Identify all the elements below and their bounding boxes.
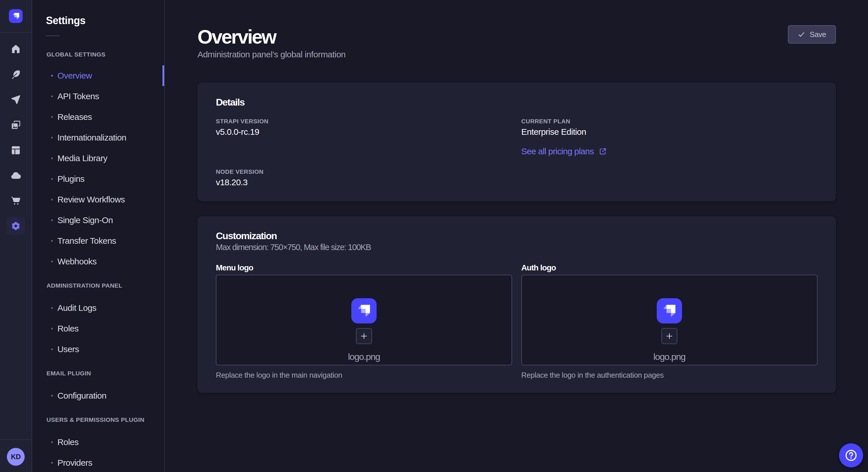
help-button[interactable] bbox=[839, 443, 863, 467]
bullet-icon bbox=[51, 462, 53, 464]
field-node-version: NODE VERSION v18.20.3 bbox=[216, 167, 512, 189]
main-nav-item bbox=[7, 192, 25, 210]
sidebar-item-label: API Tokens bbox=[57, 91, 99, 102]
page-header: Overview Save bbox=[197, 0, 836, 48]
sidebar-title: Settings bbox=[46, 14, 164, 28]
auth-logo-hint: Replace the logo in the authentication p… bbox=[521, 370, 817, 380]
customization-card: Customization Max dimension: 750×750, Ma… bbox=[197, 216, 836, 393]
bullet-icon bbox=[51, 220, 53, 221]
cloud-nav-button[interactable] bbox=[7, 166, 25, 185]
layout-nav-button[interactable] bbox=[7, 141, 25, 160]
sidebar-section: EMAIL PLUGINConfiguration bbox=[32, 369, 164, 406]
main-nav-item bbox=[7, 91, 25, 109]
pricing-plans-link-label: See all pricing plans bbox=[521, 145, 594, 158]
brand-area bbox=[0, 0, 32, 33]
field-label: CURRENT PLAN bbox=[521, 117, 817, 126]
strapi-logo-icon bbox=[12, 13, 19, 20]
sidebar-item-label: Plugins bbox=[57, 173, 84, 185]
main-content: Overview Save Administration panel’s glo… bbox=[165, 0, 868, 472]
sidebar-item-label: Single Sign-On bbox=[57, 214, 113, 226]
rail-divider bbox=[0, 439, 32, 440]
sidebar-item-label: Transfer Tokens bbox=[57, 235, 116, 247]
sidebar-item-audit-logs[interactable]: Audit Logs bbox=[32, 298, 164, 318]
details-grid: STRAPI VERSION v5.0.0-rc.19 CURRENT PLAN… bbox=[216, 117, 817, 189]
sidebar-item-users[interactable]: Users bbox=[32, 339, 164, 360]
bullet-icon bbox=[51, 137, 53, 138]
sidebar-item-overview[interactable]: Overview bbox=[32, 65, 164, 86]
sidebar-item-transfer-tokens[interactable]: Transfer Tokens bbox=[32, 231, 164, 251]
plus-icon bbox=[360, 332, 368, 340]
sidebar-item-media-library[interactable]: Media Library bbox=[32, 148, 164, 169]
shopping-cart-icon bbox=[10, 195, 21, 206]
field-value: v18.20.3 bbox=[216, 176, 512, 189]
menu-logo-dropzone[interactable]: logo.png bbox=[216, 275, 512, 365]
gear-nav-button[interactable] bbox=[7, 217, 25, 235]
paper-plane-nav-button[interactable] bbox=[7, 91, 25, 109]
shopping-cart-nav-button[interactable] bbox=[7, 192, 25, 210]
images-nav-button[interactable] bbox=[7, 116, 25, 134]
app-root: KD Settings GLOBAL SETTINGSOverviewAPI T… bbox=[0, 0, 868, 472]
sidebar-section: USERS & PERMISSIONS PLUGINRolesProviders bbox=[32, 415, 164, 472]
auth-logo-add-button[interactable] bbox=[661, 328, 677, 344]
auth-logo-field: Auth logo logo.png Replace the logo in t… bbox=[521, 253, 817, 380]
menu-logo-preview bbox=[351, 298, 377, 324]
gear-icon bbox=[10, 221, 21, 231]
strapi-logo[interactable] bbox=[9, 9, 23, 23]
menu-logo-add-button[interactable] bbox=[356, 328, 372, 344]
sidebar-item-providers[interactable]: Providers bbox=[32, 452, 164, 472]
sidebar-item-releases[interactable]: Releases bbox=[32, 107, 164, 127]
bullet-icon bbox=[51, 395, 53, 397]
cloud-icon bbox=[10, 170, 21, 181]
auth-logo-dropzone[interactable]: logo.png bbox=[521, 275, 817, 365]
bullet-icon bbox=[51, 199, 53, 200]
user-avatar[interactable]: KD bbox=[7, 448, 25, 466]
sidebar-item-review-workflows[interactable]: Review Workflows bbox=[32, 189, 164, 210]
details-card: Details STRAPI VERSION v5.0.0-rc.19 CURR… bbox=[197, 82, 836, 201]
sidebar-item-label: Users bbox=[57, 343, 79, 355]
bullet-icon bbox=[51, 441, 53, 443]
home-nav-button[interactable] bbox=[7, 40, 25, 59]
bullet-icon bbox=[51, 348, 53, 350]
feather-icon bbox=[10, 69, 21, 80]
sidebar-section-label: EMAIL PLUGIN bbox=[46, 369, 164, 378]
feather-nav-button[interactable] bbox=[7, 65, 25, 84]
sidebar-item-label: Roles bbox=[57, 323, 79, 334]
sidebar-item-label: Providers bbox=[57, 457, 92, 469]
rail-bottom: KD bbox=[0, 439, 32, 472]
sidebar-item-single-sign-on[interactable]: Single Sign-On bbox=[32, 210, 164, 231]
sidebar-item-roles[interactable]: Roles bbox=[32, 318, 164, 339]
bullet-icon bbox=[51, 75, 53, 76]
sidebar-item-internationalization[interactable]: Internationalization bbox=[32, 127, 164, 148]
paper-plane-icon bbox=[10, 94, 21, 105]
sidebar-item-label: Webhooks bbox=[57, 256, 96, 267]
main-nav-item bbox=[7, 217, 25, 235]
sidebar-item-label: Internationalization bbox=[57, 132, 126, 143]
sidebar-item-label: Roles bbox=[57, 436, 79, 448]
bullet-icon bbox=[51, 328, 53, 330]
sidebar-item-webhooks[interactable]: Webhooks bbox=[32, 251, 164, 272]
sidebar-item-roles[interactable]: Roles bbox=[32, 432, 164, 452]
bullet-icon bbox=[51, 158, 53, 159]
sidebar-section: GLOBAL SETTINGSOverviewAPI TokensRelease… bbox=[32, 50, 164, 272]
external-link-icon bbox=[598, 147, 607, 156]
menu-logo-field: Menu logo logo.png Replace the logo in t… bbox=[216, 253, 512, 380]
main-nav-item bbox=[7, 40, 25, 59]
field-label: STRAPI VERSION bbox=[216, 117, 512, 126]
main-nav-item bbox=[7, 141, 25, 160]
sidebar-section-items: Audit LogsRolesUsers bbox=[32, 298, 164, 360]
sidebar-item-api-tokens[interactable]: API Tokens bbox=[32, 86, 164, 107]
main-nav-item bbox=[7, 116, 25, 134]
sidebar-item-configuration[interactable]: Configuration bbox=[32, 385, 164, 406]
pricing-plans-link[interactable]: See all pricing plans bbox=[521, 145, 607, 158]
bullet-icon bbox=[51, 261, 53, 262]
sidebar-section-items: RolesProviders bbox=[32, 432, 164, 472]
sidebar-section-label: USERS & PERMISSIONS PLUGIN bbox=[46, 415, 164, 425]
menu-logo-label: Menu logo bbox=[216, 262, 512, 274]
sidebar-divider bbox=[46, 36, 60, 36]
plus-icon bbox=[665, 332, 674, 340]
sidebar-item-plugins[interactable]: Plugins bbox=[32, 169, 164, 189]
sidebar-item-label: Audit Logs bbox=[57, 302, 96, 314]
save-button[interactable]: Save bbox=[788, 25, 836, 43]
layout-icon bbox=[10, 145, 21, 156]
page-title: Overview bbox=[197, 25, 276, 48]
